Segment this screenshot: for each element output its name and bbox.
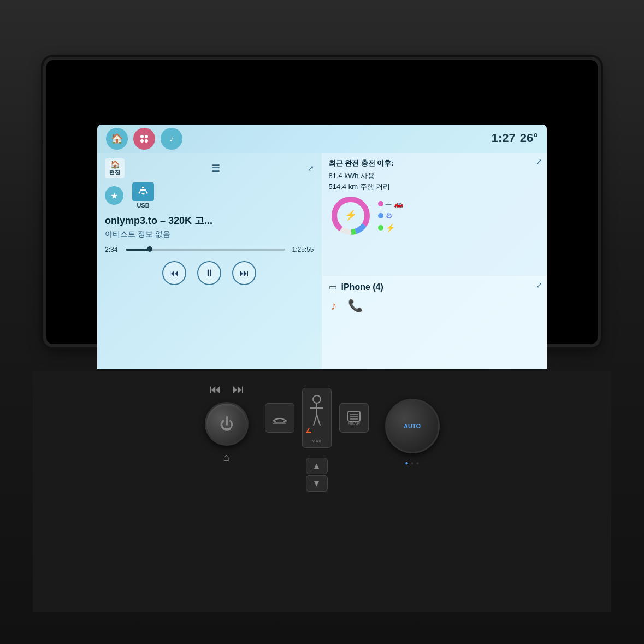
- music-panel-header: 🏠 편집 ☰ ⤢: [105, 158, 314, 178]
- fan-speed-up-button[interactable]: ▲: [306, 458, 328, 474]
- svg-text:REAR: REAR: [348, 421, 360, 426]
- edit-button[interactable]: 🏠 편집: [105, 158, 125, 178]
- physical-controls-area: ⏮ ⏭ ⏻ ⌂: [33, 371, 611, 612]
- expand-icon[interactable]: ⤢: [308, 164, 314, 173]
- energy-panel: ⤢ 최근 완전 충전 이후: 81.4 kWh 사용 514.4 km 주행 거…: [322, 153, 547, 276]
- clock: 1:27: [492, 131, 516, 145]
- iphone-header: ▭ iPhone (4): [329, 282, 541, 292]
- previous-button[interactable]: ⏮: [162, 261, 186, 285]
- content-area: 🏠 편집 ☰ ⤢ ★: [97, 153, 547, 400]
- energy-indicators: — 🚗 ⚙ ⚡: [378, 199, 403, 232]
- energy-km: 514.4 km 주행 거리: [329, 181, 541, 192]
- home-button-small[interactable]: ⌂: [223, 451, 229, 464]
- media-prev-button[interactable]: ⏮: [209, 382, 221, 397]
- indicator-battery: — 🚗: [378, 199, 403, 208]
- svg-rect-4: [142, 187, 144, 188]
- svg-point-2: [140, 139, 144, 143]
- indicator-climate: ⚙: [378, 211, 403, 220]
- music-nav-button[interactable]: ♪: [161, 128, 182, 150]
- usb-source[interactable]: USB: [132, 182, 154, 209]
- progress-row: 2:34 1:25:55: [105, 246, 314, 253]
- iphone-music-icon[interactable]: ♪: [331, 299, 337, 313]
- next-button[interactable]: ⏭: [232, 261, 256, 285]
- charge-dot: [378, 225, 383, 231]
- music-panel: 🏠 편집 ☰ ⤢ ★: [97, 153, 322, 400]
- media-next-button[interactable]: ⏭: [232, 382, 244, 397]
- media-control-cluster: ⏮ ⏭ ⏻ ⌂: [205, 382, 249, 464]
- track-artist: 아티스트 정보 없음: [105, 229, 314, 239]
- svg-point-8: [146, 192, 148, 194]
- source-row: ★ USB: [105, 182, 314, 209]
- media-buttons-row: ⏮ ⏭: [209, 382, 244, 397]
- temperature-dial[interactable]: AUTO: [385, 399, 440, 453]
- battery-dot: [378, 201, 383, 206]
- energy-expand-icon[interactable]: ⤢: [536, 157, 542, 166]
- top-nav-bar: 🏠 ♪ 1:27 26°: [97, 125, 547, 153]
- playback-controls: ⏮ ⏸ ⏭: [105, 261, 314, 285]
- svg-point-7: [139, 192, 140, 194]
- favorite-button[interactable]: ★: [105, 186, 123, 205]
- dial-cluster: AUTO ● ● ●: [385, 382, 440, 466]
- svg-rect-16: [348, 411, 360, 421]
- usb-icon: [132, 182, 154, 201]
- track-title: onlymp3.to – 320K 고...: [105, 214, 314, 227]
- progress-fill: [126, 249, 150, 251]
- svg-point-1: [145, 135, 148, 138]
- svg-point-15: [313, 395, 321, 403]
- energy-kwh: 81.4 kWh 사용: [329, 170, 541, 181]
- iphone-device-name: iPhone (4): [341, 282, 383, 292]
- iphone-expand-icon[interactable]: ⤢: [536, 281, 542, 289]
- screen-bezel: 🏠 ♪ 1:27 26° 🏠: [46, 60, 598, 344]
- iphone-phone-icon[interactable]: 📞: [348, 299, 363, 313]
- defrost-front-button[interactable]: [265, 403, 294, 433]
- iphone-controls: ♪ 📞: [329, 299, 541, 313]
- usb-label: USB: [137, 202, 149, 209]
- time-current: 2:34: [105, 246, 121, 253]
- fan-indicators: ● ● ●: [405, 460, 419, 466]
- pause-button[interactable]: ⏸: [197, 261, 221, 285]
- svg-point-0: [140, 135, 144, 138]
- svg-text:⚡: ⚡: [345, 209, 357, 221]
- outside-temp: 26°: [520, 131, 538, 145]
- time-total: 1:25:55: [289, 246, 314, 253]
- queue-icon[interactable]: ☰: [211, 162, 220, 174]
- rear-defrost-button[interactable]: REAR: [339, 403, 369, 433]
- battery-donut-chart: ⚡: [329, 194, 373, 238]
- phone-device-icon: ▭: [329, 282, 337, 292]
- fan-speed-down-button[interactable]: ▼: [306, 475, 328, 492]
- indicator-charge: ⚡: [378, 223, 403, 232]
- progress-dot: [147, 246, 152, 252]
- apps-nav-button[interactable]: [133, 128, 155, 150]
- infotainment-screen: 🏠 ♪ 1:27 26° 🏠: [97, 125, 547, 400]
- hvac-top-row: MAX REAR: [265, 388, 369, 448]
- climate-dot: [378, 213, 383, 218]
- svg-point-3: [145, 139, 148, 143]
- seat-heat-button[interactable]: MAX: [302, 388, 332, 448]
- max-label: MAX: [312, 439, 321, 444]
- energy-title: 최근 완전 충전 이후:: [329, 158, 541, 168]
- power-button[interactable]: ⏻: [205, 402, 249, 446]
- auto-label: AUTO: [404, 423, 421, 429]
- energy-content: ⚡ — 🚗 ⚙ ⚡: [329, 194, 541, 238]
- time-display: 1:27 26°: [492, 131, 538, 145]
- progress-bar[interactable]: [126, 249, 285, 251]
- hvac-control-cluster: MAX REAR ▲ ▼: [265, 382, 369, 492]
- home-nav-button[interactable]: 🏠: [106, 128, 128, 150]
